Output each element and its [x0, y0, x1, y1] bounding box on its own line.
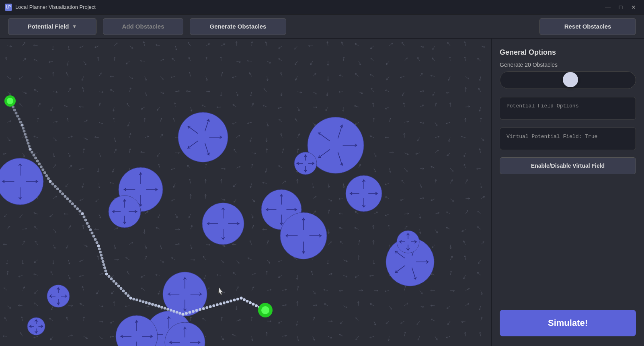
enable-disable-virtual-field-button[interactable]: Enable/Disable Virtual Field	[500, 157, 636, 174]
maximize-button[interactable]: □	[615, 3, 626, 11]
reset-obstacles-label: Reset Obstacles	[564, 23, 611, 30]
generate-label: Generate 20 Obstacles	[500, 62, 636, 68]
spacer	[500, 182, 636, 302]
dropdown-label: Potential Field	[28, 23, 69, 30]
potential-field-options-box: Potential Field Options	[500, 97, 636, 119]
enable-disable-label: Enable/Disable Virtual Field	[531, 163, 605, 169]
potential-field-dropdown[interactable]: Potential Field ▼	[8, 18, 96, 35]
potential-field-options-text: Potential Field Options	[507, 103, 578, 109]
add-obstacles-button[interactable]: Add Obstacles	[103, 18, 183, 35]
titlebar: LP Local Planner Visualization Project —…	[0, 0, 644, 14]
potential-field-options-section: Potential Field Options	[500, 97, 636, 119]
sidebar: General Options Generate 20 Obstacles Po…	[491, 39, 644, 346]
simulate-button[interactable]: Simulate!	[500, 310, 636, 336]
canvas-area[interactable]	[0, 39, 491, 346]
simulate-label: Simulate!	[548, 318, 588, 328]
generate-obstacles-label: Generate Obstacles	[210, 23, 267, 30]
chevron-down-icon: ▼	[72, 24, 77, 29]
virtual-field-section: Virtual Potential Field: True Enable/Dis…	[500, 128, 636, 174]
titlebar-controls: — □ ✕	[602, 3, 639, 11]
minimize-button[interactable]: —	[602, 3, 613, 11]
simulation-canvas[interactable]	[0, 39, 491, 346]
virtual-field-status: Virtual Potential Field: True	[507, 134, 597, 140]
general-options-section: General Options Generate 20 Obstacles	[500, 48, 636, 89]
window-title: Local Planner Visualization Project	[15, 4, 96, 10]
virtual-field-status-box: Virtual Potential Field: True	[500, 128, 636, 150]
add-obstacles-label: Add Obstacles	[122, 23, 164, 30]
general-options-title: General Options	[500, 48, 636, 57]
app-icon: LP	[5, 4, 12, 11]
toggle-knob	[563, 72, 578, 87]
generate-obstacles-button[interactable]: Generate Obstacles	[190, 18, 286, 35]
main-area: General Options Generate 20 Obstacles Po…	[0, 39, 644, 346]
titlebar-left: LP Local Planner Visualization Project	[5, 4, 96, 11]
toolbar: Potential Field ▼ Add Obstacles Generate…	[0, 14, 644, 39]
close-button[interactable]: ✕	[628, 3, 639, 11]
reset-obstacles-button[interactable]: Reset Obstacles	[539, 18, 636, 35]
generate-obstacles-toggle[interactable]	[500, 71, 636, 89]
